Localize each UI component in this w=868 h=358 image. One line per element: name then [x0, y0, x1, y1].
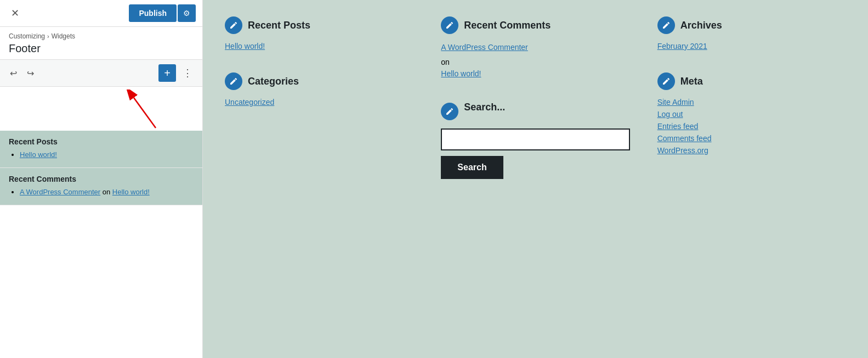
breadcrumb-separator: › — [47, 33, 49, 40]
list-item: A WordPress Commenter on Hello world! — [20, 188, 194, 196]
edit-meta-button[interactable] — [657, 72, 675, 90]
on-text: on — [441, 58, 450, 66]
uncategorized-link[interactable]: Uncategorized — [225, 98, 413, 107]
february-2021-link[interactable]: February 2021 — [657, 42, 846, 51]
pencil-icon — [445, 107, 454, 116]
footer-column-3: Archives February 2021 Meta Site Admin L… — [657, 16, 846, 179]
pencil-icon — [445, 21, 454, 30]
breadcrumb: Customizing › Widgets — [9, 32, 194, 40]
archives-widget-title: Archives — [680, 20, 722, 31]
archives-links: February 2021 — [657, 42, 846, 51]
widget-header: Recent Posts — [225, 16, 413, 34]
recent-posts-title: Recent Posts — [9, 137, 194, 146]
recent-comments-content: A WordPress Commenter on Hello world! — [441, 42, 629, 80]
on-text: on — [103, 188, 112, 196]
arrow-annotation — [0, 87, 202, 131]
edit-recent-comments-button[interactable] — [441, 16, 458, 34]
widget-header: Archives — [657, 16, 846, 34]
entries-feed-link[interactable]: Entries feed — [657, 122, 846, 131]
footer-column-2: Recent Comments A WordPress Commenter on… — [441, 16, 629, 179]
recent-post-link[interactable]: Hello world! — [20, 150, 57, 159]
recent-posts-widget-title: Recent Posts — [248, 20, 310, 31]
main-content: Recent Posts Hello world! Categories Unc… — [203, 0, 868, 358]
sidebar-recent-comments-widget: Recent Comments A WordPress Commenter on… — [0, 168, 202, 205]
log-out-link[interactable]: Log out — [657, 110, 846, 119]
add-widget-button[interactable]: + — [158, 64, 176, 82]
undo-button[interactable]: ↩ — [7, 66, 20, 81]
hello-world-link[interactable]: Hello world! — [225, 42, 413, 51]
pencil-icon — [662, 21, 671, 30]
edit-recent-posts-button[interactable] — [225, 16, 242, 34]
recent-comments-widget-title: Recent Comments — [464, 20, 551, 31]
recent-comments-title: Recent Comments — [9, 175, 194, 183]
edit-archives-button[interactable] — [657, 16, 675, 34]
svg-line-1 — [134, 98, 156, 128]
arrow-icon — [126, 90, 169, 131]
close-button[interactable]: ✕ — [7, 6, 24, 20]
pencil-icon — [229, 77, 238, 86]
more-options-button[interactable]: ⋮ — [179, 65, 196, 81]
widget-header: Recent Comments — [441, 16, 629, 34]
footer-archives-widget: Archives February 2021 — [657, 16, 846, 51]
commenter-link[interactable]: A WordPress Commenter — [20, 188, 100, 196]
footer-meta-widget: Meta Site Admin Log out Entries feed Com… — [657, 72, 846, 155]
publish-button[interactable]: Publish — [129, 4, 177, 22]
meta-links: Site Admin Log out Entries feed Comments… — [657, 98, 846, 155]
customizer-panel: ✕ Publish ⚙ Customizing › Widgets Footer… — [0, 0, 203, 358]
pencil-icon — [229, 21, 238, 30]
breadcrumb-widgets[interactable]: Widgets — [52, 32, 75, 40]
gear-button[interactable]: ⚙ — [178, 4, 196, 22]
footer-recent-comments-widget: Recent Comments A WordPress Commenter on… — [441, 16, 629, 80]
breadcrumb-customizing[interactable]: Customizing — [9, 32, 45, 40]
list-item: Hello world! — [20, 150, 194, 159]
meta-widget-title: Meta — [680, 76, 703, 87]
widget-header: Meta — [657, 72, 846, 90]
categories-links: Uncategorized — [225, 98, 413, 107]
edit-categories-button[interactable] — [225, 72, 242, 90]
footer-categories-widget: Categories Uncategorized — [225, 72, 413, 107]
sidebar-recent-posts-widget: Recent Posts Hello world! — [0, 131, 202, 168]
widget-header: Search... — [441, 102, 629, 121]
search-widget-label: Search... — [464, 102, 505, 113]
wordpress-org-link[interactable]: WordPress.org — [657, 146, 846, 155]
page-title: Footer — [9, 42, 194, 55]
widget-header: Categories — [225, 72, 413, 90]
footer-search-widget: Search... Search — [441, 102, 629, 179]
commenter-link[interactable]: A WordPress Commenter — [441, 42, 629, 53]
redo-button[interactable]: ↪ — [24, 66, 37, 81]
recent-posts-list: Hello world! — [9, 150, 194, 159]
recent-comments-list: A WordPress Commenter on Hello world! — [9, 188, 194, 196]
top-bar: ✕ Publish ⚙ — [0, 0, 202, 27]
comment-post-link[interactable]: Hello world! — [112, 188, 150, 196]
site-admin-link[interactable]: Site Admin — [657, 98, 846, 107]
recent-posts-links: Hello world! — [225, 42, 413, 51]
edit-search-button[interactable] — [441, 103, 458, 120]
footer-column-1: Recent Posts Hello world! Categories Unc… — [225, 16, 413, 179]
search-button[interactable]: Search — [441, 156, 503, 179]
categories-widget-title: Categories — [248, 76, 299, 87]
breadcrumb-area: Customizing › Widgets Footer — [0, 27, 202, 60]
search-input[interactable] — [441, 128, 629, 150]
footer-recent-posts-widget: Recent Posts Hello world! — [225, 16, 413, 51]
comment-post-link[interactable]: Hello world! — [441, 68, 629, 80]
comments-feed-link[interactable]: Comments feed — [657, 134, 846, 143]
pencil-icon — [662, 77, 671, 86]
toolbar: ↩ ↪ + ⋮ — [0, 60, 202, 87]
footer-grid: Recent Posts Hello world! Categories Unc… — [225, 16, 846, 179]
